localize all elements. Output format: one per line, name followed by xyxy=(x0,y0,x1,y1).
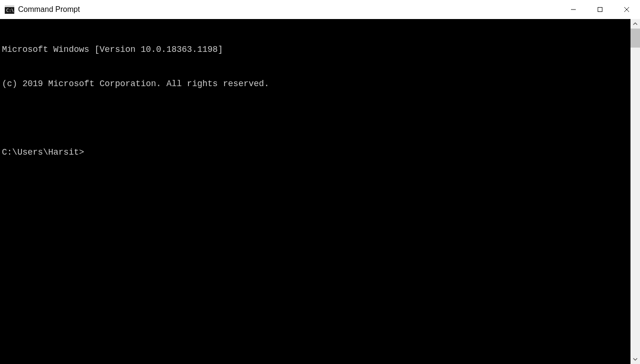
svg-rect-1 xyxy=(5,5,14,7)
scroll-up-arrow-icon[interactable] xyxy=(630,19,640,29)
command-prompt-icon: C:\ xyxy=(5,5,14,14)
client-area: Microsoft Windows [Version 10.0.18363.11… xyxy=(0,19,640,364)
vertical-scrollbar[interactable] xyxy=(630,19,640,364)
titlebar[interactable]: C:\ Command Prompt xyxy=(0,0,640,19)
scroll-down-arrow-icon[interactable] xyxy=(630,354,640,364)
scrollbar-thumb[interactable] xyxy=(630,29,640,48)
close-button[interactable] xyxy=(613,0,640,19)
svg-text:C:\: C:\ xyxy=(6,8,14,13)
copyright-line: (c) 2019 Microsoft Corporation. All righ… xyxy=(2,78,630,89)
minimize-button[interactable] xyxy=(560,0,587,19)
prompt-line: C:\Users\Harsit> xyxy=(2,147,630,158)
version-line: Microsoft Windows [Version 10.0.18363.11… xyxy=(2,44,630,55)
svg-rect-4 xyxy=(598,8,602,12)
blank-line xyxy=(2,112,630,124)
scrollbar-track[interactable] xyxy=(630,29,640,354)
maximize-button[interactable] xyxy=(587,0,613,19)
terminal-output[interactable]: Microsoft Windows [Version 10.0.18363.11… xyxy=(0,19,630,364)
window-title: Command Prompt xyxy=(18,5,80,14)
window-controls xyxy=(560,0,640,19)
command-prompt-window: C:\ Command Prompt Microsoft Windows [Ve… xyxy=(0,0,640,364)
prompt-text: C:\Users\Harsit> xyxy=(2,147,84,158)
